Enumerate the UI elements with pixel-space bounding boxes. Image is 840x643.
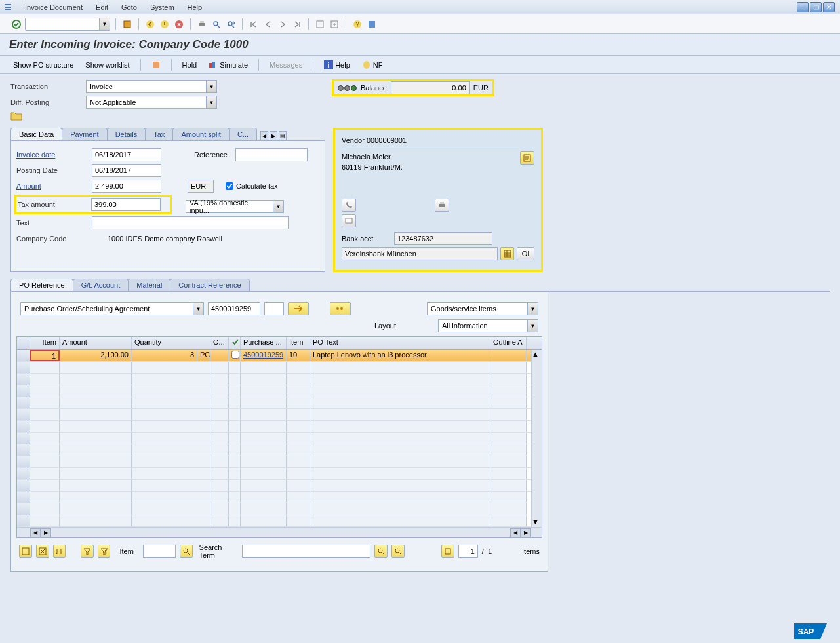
transaction-dropdown[interactable]: Invoice▼ xyxy=(86,80,217,93)
sort-button[interactable] xyxy=(53,545,66,558)
last-page-icon[interactable] xyxy=(291,18,303,30)
select-all-button[interactable] xyxy=(19,545,32,558)
tax-amount-input[interactable] xyxy=(91,198,161,211)
reference-input[interactable] xyxy=(235,148,308,161)
back-icon[interactable] xyxy=(144,18,156,30)
tab-contract-reference[interactable]: Contract Reference xyxy=(170,279,249,291)
window-maximize[interactable]: ▢ xyxy=(810,2,822,12)
show-worklist-button[interactable]: Show worklist xyxy=(81,60,133,70)
layout-icon[interactable] xyxy=(366,18,378,30)
tab-amount-split[interactable]: Amount split xyxy=(172,128,230,140)
create-session-icon[interactable] xyxy=(314,18,326,30)
cancel-icon[interactable] xyxy=(173,18,185,30)
find-icon[interactable] xyxy=(210,18,222,30)
col-order-unit[interactable]: O... xyxy=(210,337,229,349)
generate-shortcut-icon[interactable] xyxy=(329,18,340,30)
svg-point-7 xyxy=(214,22,218,26)
goods-filter-dropdown[interactable]: Goods/service items▼ xyxy=(427,302,538,315)
print-icon[interactable] xyxy=(196,18,208,30)
po-item-input[interactable] xyxy=(264,302,284,315)
prev-page-icon[interactable] xyxy=(262,18,274,30)
window-minimize[interactable]: _ xyxy=(797,2,809,12)
table-row[interactable]: 1 2,100.00 3 PC 4500019259 10 Laptop Len… xyxy=(17,350,531,362)
po-type-dropdown[interactable]: Purchase Order/Scheduling Agreement▼ xyxy=(20,302,204,315)
deselect-all-button[interactable] xyxy=(36,545,49,558)
col-item[interactable]: Item xyxy=(30,337,60,349)
command-field[interactable]: ▼ xyxy=(25,18,110,31)
diff-posting-dropdown[interactable]: Not Applicable▼ xyxy=(86,96,217,109)
tab-list[interactable]: ▤ xyxy=(279,131,287,140)
position-button[interactable] xyxy=(441,545,454,558)
tab-details[interactable]: Details xyxy=(107,128,146,140)
folder-icon[interactable] xyxy=(10,111,22,121)
tab-scroll-left[interactable]: ◀ xyxy=(260,131,268,140)
grid-scrollbar-h[interactable]: ◀ ▶ ◀ ▶ xyxy=(17,527,542,537)
tax-code-dropdown[interactable]: VA (19% domestic inpu...▼ xyxy=(186,200,284,213)
tab-payment[interactable]: Payment xyxy=(62,128,107,140)
search-term-input[interactable] xyxy=(242,545,370,558)
invoice-date-label[interactable]: Invoice date xyxy=(16,151,92,159)
tab-material[interactable]: Material xyxy=(128,279,170,291)
find-in-grid-button[interactable] xyxy=(374,545,388,558)
other-invoice-document-button[interactable] xyxy=(148,59,165,71)
tab-po-reference[interactable]: PO Reference xyxy=(10,279,73,291)
col-amount[interactable]: Amount xyxy=(60,337,132,349)
hold-button[interactable]: Hold xyxy=(178,60,201,70)
svg-point-27 xyxy=(340,307,343,310)
help-icon[interactable]: ? xyxy=(351,18,363,30)
vendor-display-button[interactable] xyxy=(342,214,356,227)
save-icon[interactable] xyxy=(121,18,133,30)
calculate-tax-checkbox[interactable] xyxy=(226,182,233,190)
col-purchase-order[interactable]: Purchase ... xyxy=(241,337,287,349)
simulate-button[interactable]: Simulate xyxy=(205,59,252,71)
delete-filter-button[interactable] xyxy=(98,545,111,558)
col-checkbox[interactable] xyxy=(229,337,241,349)
menu-invoice-document[interactable]: Invoice Document xyxy=(18,3,89,11)
exit-icon[interactable] xyxy=(159,18,170,30)
tab-scroll-right[interactable]: ▶ xyxy=(270,131,277,140)
tab-tax[interactable]: Tax xyxy=(145,128,173,140)
row-checkbox[interactable] xyxy=(231,351,239,359)
col-po-item[interactable]: Item xyxy=(287,337,310,349)
menu-edit[interactable]: Edit xyxy=(89,3,115,11)
open-items-button[interactable]: OI xyxy=(517,247,534,260)
enter-icon[interactable] xyxy=(10,18,22,30)
find-next-grid-button[interactable] xyxy=(391,545,405,558)
search-grid-button[interactable] xyxy=(180,545,193,558)
item-bottom-label: Item xyxy=(119,547,133,555)
amount-label[interactable]: Amount xyxy=(16,182,92,190)
filter-button[interactable] xyxy=(81,545,94,558)
item-bottom-input[interactable] xyxy=(143,545,176,558)
help-app-button[interactable]: iHelp xyxy=(320,59,354,71)
bank-grid-button[interactable] xyxy=(500,247,514,260)
vendor-address-button[interactable] xyxy=(520,151,534,165)
vendor-phone-button[interactable] xyxy=(342,199,356,212)
app-menu-icon[interactable] xyxy=(3,2,13,12)
posting-date-input[interactable] xyxy=(92,164,161,177)
invoice-date-input[interactable] xyxy=(92,148,161,161)
tab-contacts[interactable]: C... xyxy=(229,128,257,140)
find-next-icon[interactable] xyxy=(225,18,237,30)
menu-help[interactable]: Help xyxy=(181,3,209,11)
window-close[interactable]: ✕ xyxy=(823,2,835,12)
po-number-input[interactable] xyxy=(208,302,260,315)
col-quantity[interactable]: Quantity xyxy=(132,337,210,349)
text-input[interactable] xyxy=(92,216,289,229)
next-page-icon[interactable] xyxy=(277,18,289,30)
grid-scrollbar-v[interactable]: ▲ ▼ xyxy=(531,350,542,527)
menu-goto[interactable]: Goto xyxy=(115,3,144,11)
col-outline[interactable]: Outline A xyxy=(490,337,527,349)
nf-button[interactable]: NF xyxy=(358,59,387,71)
page-input[interactable] xyxy=(458,545,478,558)
tab-gl-account[interactable]: G/L Account xyxy=(73,279,129,291)
col-po-text[interactable]: PO Text xyxy=(310,337,490,349)
tab-basic-data[interactable]: Basic Data xyxy=(10,128,62,140)
vendor-print-button[interactable] xyxy=(435,199,449,212)
more-options-button[interactable] xyxy=(330,302,351,315)
amount-input[interactable] xyxy=(92,180,161,193)
execute-arrow-button[interactable] xyxy=(288,302,309,315)
show-po-structure-button[interactable]: Show PO structure xyxy=(9,60,77,70)
menu-system[interactable]: System xyxy=(144,3,181,11)
first-page-icon[interactable] xyxy=(248,18,260,30)
layout-dropdown[interactable]: All information▼ xyxy=(438,319,538,332)
